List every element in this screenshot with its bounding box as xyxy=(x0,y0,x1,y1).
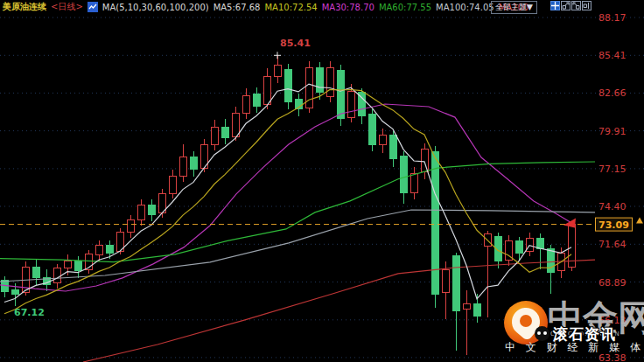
chart-app-window: 美原油连续 <日线> MA(5,10,30,60,100,200) MA5:67… xyxy=(0,0,644,362)
svg-text:74.40: 74.40 xyxy=(598,201,626,212)
layout-toolbar xyxy=(550,1,592,10)
ma-params: MA(5,10,30,60,100,200) xyxy=(102,3,209,12)
legend-ma10: MA10:72.54 xyxy=(264,3,317,12)
chart-type-icon[interactable] xyxy=(88,2,98,12)
period-label: <日线> xyxy=(51,1,83,13)
watermark-subbrand: 滚石资讯 xyxy=(553,324,616,345)
svg-text:85.41: 85.41 xyxy=(598,50,626,61)
theme-dropdown[interactable]: 全部主题▼ xyxy=(491,1,537,14)
svg-text:82.66: 82.66 xyxy=(598,87,626,99)
svg-text:77.15: 77.15 xyxy=(598,164,626,175)
legend-ma100: MA100:74.05 xyxy=(436,3,494,12)
svg-text:71.64: 71.64 xyxy=(598,239,626,250)
panda-badge-icon xyxy=(535,326,550,341)
candles xyxy=(2,55,576,354)
high-price-label: 85.41 xyxy=(280,38,311,49)
svg-text:79.91: 79.91 xyxy=(598,126,626,137)
pane-append-icon[interactable] xyxy=(582,1,592,10)
pane-popout-left-icon[interactable] xyxy=(561,1,570,10)
chart-header: 美原油连续 <日线> MA(5,10,30,60,100,200) MA5:67… xyxy=(0,0,644,14)
split-grid-icon[interactable] xyxy=(550,1,560,10)
legend-ma60: MA60:77.55 xyxy=(379,3,431,12)
legend-ma5: MA5:67.68 xyxy=(214,3,261,12)
current-price-value: 73.09 xyxy=(598,219,629,231)
svg-text:68.89: 68.89 xyxy=(598,277,626,289)
ma-line-ma10 xyxy=(4,89,571,313)
legend-ma30: MA30:78.70 xyxy=(322,3,374,12)
instrument-name: 美原油连续 xyxy=(3,1,46,13)
pane-popout-right-icon[interactable] xyxy=(571,1,581,10)
low-price-label: 67.12 xyxy=(14,307,45,318)
price-tag-marker-icon xyxy=(636,218,643,224)
